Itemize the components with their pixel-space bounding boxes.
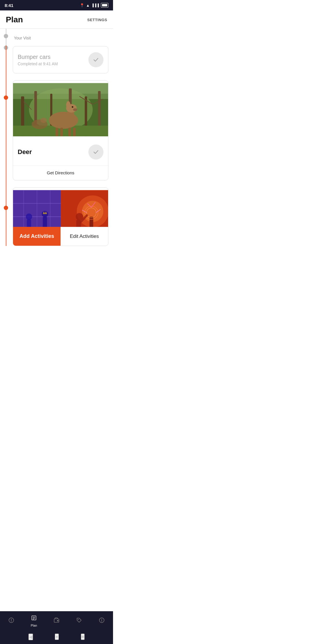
deer-check[interactable] [88,144,103,160]
edit-activities-button[interactable]: Edit Activities [61,227,108,246]
deer-check-icon [92,149,99,155]
bumper-cars-card: Bumper cars Completed at 9:41 AM [13,46,108,73]
timeline-wrapper: Your Visit Bumper cars Completed at 9:41… [0,29,113,246]
bumper-cars-name: Bumper cars [18,54,58,60]
section-label: Your Visit [13,32,108,40]
signal-icon: ▐▐▐ [92,3,99,7]
activities-card: Add Activities Edit Activities [13,187,108,246]
svg-rect-17 [56,128,58,136]
deer-image [13,81,108,139]
timeline-line-orange [6,46,6,246]
status-icons: 📍 ▲ ▐▐▐ [80,3,108,8]
check-icon [92,56,99,63]
deer-scene-svg [13,81,108,139]
bumper-cars-check[interactable] [88,52,103,67]
svg-point-14 [73,108,77,111]
svg-rect-19 [68,128,71,136]
settings-button[interactable]: SETTINGS [87,18,107,22]
battery-icon [101,3,108,8]
svg-rect-18 [60,128,63,136]
svg-point-16 [72,106,73,108]
page-title: Plan [6,15,23,24]
timeline-dot-visit [4,34,8,38]
timeline-dot-deer [4,95,8,100]
svg-point-22 [40,117,47,123]
deer-card: Deer Get Directions [13,80,108,180]
app-header: Plan SETTINGS [0,10,113,29]
bumper-cars-status: Completed at 9:41 AM [18,61,58,66]
svg-point-33 [26,214,32,220]
get-directions-button[interactable]: Get Directions [18,170,103,175]
main-content: Your Visit Bumper cars Completed at 9:41… [0,29,113,290]
add-activities-button[interactable]: Add Activities [13,227,61,246]
timeline-dot-activities [4,206,8,210]
svg-point-15 [66,101,70,109]
svg-point-35 [42,211,48,217]
activities-buttons: Add Activities Edit Activities [13,227,108,246]
deer-name: Deer [18,148,32,156]
status-bar: 8:41 📍 ▲ ▐▐▐ [0,0,113,10]
bumper-cars-inner: Bumper cars Completed at 9:41 AM [13,46,108,73]
status-time: 8:41 [5,3,13,8]
wifi-icon: ▲ [86,3,90,8]
bumper-cars-info: Bumper cars Completed at 9:41 AM [18,54,58,66]
deer-directions: Get Directions [13,165,108,180]
location-icon: 📍 [80,3,84,8]
deer-card-inner: Deer [13,139,108,165]
svg-rect-20 [73,128,76,136]
